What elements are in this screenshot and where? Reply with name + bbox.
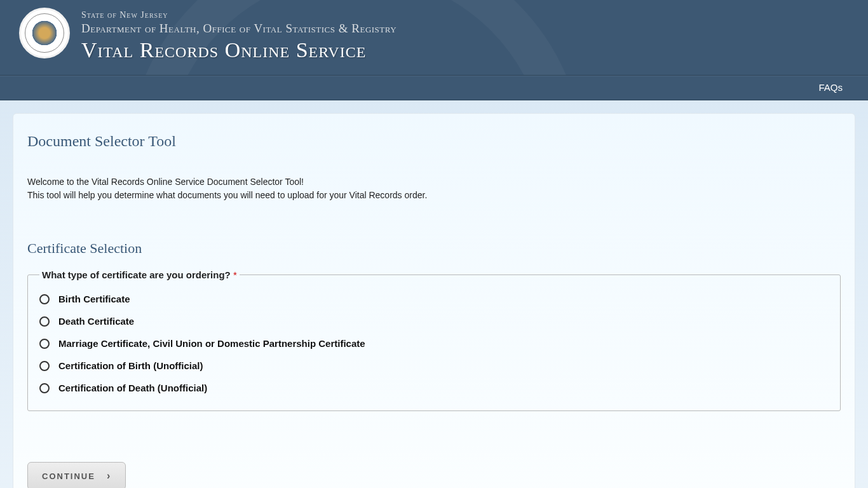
state-seal-icon [19, 8, 70, 58]
radio-label: Death Certificate [58, 316, 134, 327]
radio-label: Certification of Death (Unofficial) [58, 383, 207, 393]
required-indicator: * [233, 269, 237, 280]
intro-line-2: This tool will help you determine what d… [27, 189, 841, 202]
department-name: Department of Health, Office of Vital St… [81, 22, 397, 36]
section-title: Certificate Selection [27, 240, 841, 257]
radio-icon[interactable] [39, 339, 50, 349]
radio-icon[interactable] [39, 294, 50, 304]
radio-icon[interactable] [39, 361, 50, 371]
faqs-link[interactable]: FAQs [818, 82, 843, 93]
legend-text: What type of certificate are you orderin… [42, 269, 231, 280]
nav-bar: FAQs [0, 75, 868, 100]
intro-text: Welcome to the Vital Records Online Serv… [27, 175, 841, 202]
radio-label: Birth Certificate [58, 294, 130, 304]
radio-option-death[interactable]: Death Certificate [39, 310, 829, 332]
radio-option-marriage[interactable]: Marriage Certificate, Civil Union or Dom… [39, 332, 829, 355]
content-card: Document Selector Tool Welcome to the Vi… [13, 113, 855, 488]
radio-option-birth-unofficial[interactable]: Certification of Birth (Unofficial) [39, 355, 829, 377]
radio-label: Certification of Birth (Unofficial) [58, 360, 203, 371]
chevron-right-icon: › [107, 470, 111, 482]
continue-button[interactable]: CONTINUE › [27, 462, 126, 488]
radio-icon[interactable] [39, 383, 50, 393]
radio-option-death-unofficial[interactable]: Certification of Death (Unofficial) [39, 377, 829, 399]
continue-button-label: CONTINUE [42, 471, 95, 481]
state-name: State of New Jersey [81, 10, 397, 20]
intro-line-1: Welcome to the Vital Records Online Serv… [27, 175, 841, 189]
radio-label: Marriage Certificate, Civil Union or Dom… [58, 338, 365, 349]
fieldset-legend: What type of certificate are you orderin… [39, 269, 240, 280]
service-title: Vital Records Online Service [81, 38, 397, 62]
page-title: Document Selector Tool [27, 133, 841, 150]
page-header: State of New Jersey Department of Health… [0, 0, 868, 75]
radio-icon[interactable] [39, 316, 50, 327]
radio-option-birth[interactable]: Birth Certificate [39, 288, 829, 310]
page-body: Document Selector Tool Welcome to the Vi… [0, 100, 868, 488]
certificate-type-fieldset: What type of certificate are you orderin… [27, 269, 841, 411]
